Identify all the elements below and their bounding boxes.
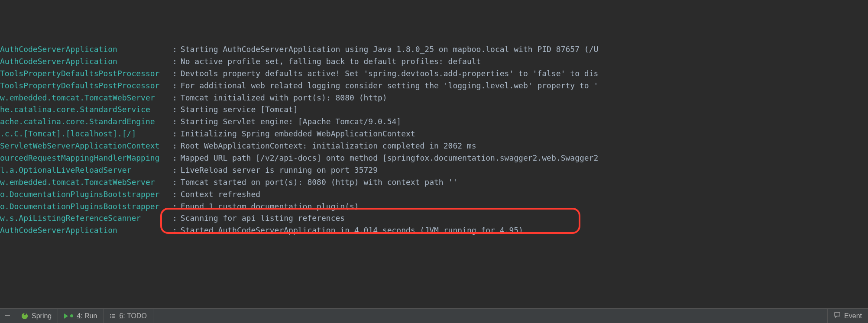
svg-rect-1 xyxy=(110,314,111,315)
todo-list-icon xyxy=(110,313,116,319)
log-message: No active profile set, falling back to d… xyxy=(181,55,868,68)
log-line: w.s.ApiListingReferenceScanner :Scanning… xyxy=(0,212,868,224)
spring-panel-button[interactable]: Spring xyxy=(15,309,58,323)
collapse-icon xyxy=(4,312,10,320)
log-message: Starting Servlet engine: [Apache Tomcat/… xyxy=(181,116,868,128)
logger-name: AuthCodeServerApplication xyxy=(0,55,169,68)
todo-panel-button[interactable]: 6: TODO xyxy=(104,309,153,323)
log-message: Started AuthCodeServerApplication in 4.0… xyxy=(181,224,868,236)
run-panel-button[interactable]: 4: Run xyxy=(58,309,104,323)
logger-name: AuthCodeServerApplication xyxy=(0,43,169,55)
log-separator: : xyxy=(169,116,181,128)
status-bar: Spring 4: Run 6: TODO Event xyxy=(0,308,868,323)
run-panel-label: 4: Run xyxy=(77,312,97,320)
svg-rect-4 xyxy=(112,316,115,317)
logger-name: w.embedded.tomcat.TomcatWebServer xyxy=(0,92,169,104)
log-line: o.DocumentationPluginsBootstrapper :Cont… xyxy=(0,188,868,200)
log-separator: : xyxy=(169,92,181,104)
logger-name: ourcedRequestMappingHandlerMapping xyxy=(0,152,169,164)
log-line: he.catalina.core.StandardService :Starti… xyxy=(0,103,868,116)
log-message: Root WebApplicationContext: initializati… xyxy=(181,140,868,152)
log-separator: : xyxy=(169,164,181,176)
svg-rect-0 xyxy=(5,315,10,316)
logger-name: he.catalina.core.StandardService xyxy=(0,103,169,116)
log-separator: : xyxy=(169,68,181,80)
log-message: Devtools property defaults active! Set '… xyxy=(181,68,868,80)
event-log-label: Event xyxy=(844,312,862,320)
log-separator: : xyxy=(169,103,181,116)
log-message: Tomcat initialized with port(s): 8080 (h… xyxy=(181,92,868,104)
play-icon xyxy=(64,313,68,319)
log-separator: : xyxy=(169,200,181,213)
log-message: LiveReload server is running on port 357… xyxy=(181,164,868,176)
logger-name: o.DocumentationPluginsBootstrapper xyxy=(0,188,169,200)
logger-name: ServletWebServerApplicationContext xyxy=(0,140,169,152)
log-separator: : xyxy=(169,224,181,236)
log-line: AuthCodeServerApplication :Started AuthC… xyxy=(0,224,868,236)
logger-name: w.embedded.tomcat.TomcatWebServer xyxy=(0,176,169,188)
log-line: w.embedded.tomcat.TomcatWebServer :Tomca… xyxy=(0,176,868,188)
log-message: Found 1 custom documentation plugin(s) xyxy=(181,200,868,213)
logger-name: ToolsPropertyDefaultsPostProcessor xyxy=(0,68,169,80)
svg-rect-2 xyxy=(112,314,115,315)
logger-name: w.s.ApiListingReferenceScanner xyxy=(0,212,169,224)
log-separator: : xyxy=(169,80,181,92)
log-line: ache.catalina.core.StandardEngine :Start… xyxy=(0,116,868,128)
logger-name: .c.C.[Tomcat].[localhost].[/] xyxy=(0,128,169,140)
svg-rect-5 xyxy=(110,317,111,318)
log-separator: : xyxy=(169,43,181,55)
log-separator: : xyxy=(169,176,181,188)
logger-name: ToolsPropertyDefaultsPostProcessor xyxy=(0,80,169,92)
event-log-button[interactable]: Event xyxy=(827,309,868,323)
logger-name: ache.catalina.core.StandardEngine xyxy=(0,116,169,128)
log-message: Context refreshed xyxy=(181,188,868,200)
console-output[interactable]: AuthCodeServerApplication :Starting Auth… xyxy=(0,0,868,236)
logger-name: AuthCodeServerApplication xyxy=(0,224,169,236)
svg-rect-3 xyxy=(110,316,111,317)
log-line: AuthCodeServerApplication :Starting Auth… xyxy=(0,43,868,55)
log-message: Mapped URL path [/v2/api-docs] onto meth… xyxy=(181,152,868,164)
log-line: ToolsPropertyDefaultsPostProcessor :Devt… xyxy=(0,68,868,80)
svg-rect-6 xyxy=(112,317,115,318)
run-active-dot-icon xyxy=(70,314,73,317)
log-line: l.a.OptionalLiveReloadServer :LiveReload… xyxy=(0,164,868,176)
log-line: AuthCodeServerApplication :No active pro… xyxy=(0,55,868,68)
log-line: w.embedded.tomcat.TomcatWebServer :Tomca… xyxy=(0,92,868,104)
log-line: ToolsPropertyDefaultsPostProcessor :For … xyxy=(0,80,868,92)
log-line: o.DocumentationPluginsBootstrapper :Foun… xyxy=(0,200,868,213)
spring-leaf-icon xyxy=(21,313,28,320)
log-separator: : xyxy=(169,152,181,164)
logger-name: l.a.OptionalLiveReloadServer xyxy=(0,164,169,176)
todo-panel-label: 6: TODO xyxy=(119,312,146,320)
log-line: .c.C.[Tomcat].[localhost].[/] :Initializ… xyxy=(0,128,868,140)
event-log-icon xyxy=(834,312,841,320)
log-separator: : xyxy=(169,55,181,68)
log-separator: : xyxy=(169,128,181,140)
log-line: ServletWebServerApplicationContext :Root… xyxy=(0,140,868,152)
log-message: For additional web related logging consi… xyxy=(181,80,868,92)
spring-panel-label: Spring xyxy=(32,312,52,320)
collapse-button[interactable] xyxy=(0,309,15,323)
log-message: Initializing Spring embedded WebApplicat… xyxy=(181,128,868,140)
log-separator: : xyxy=(169,140,181,152)
status-bar-left: Spring 4: Run 6: TODO xyxy=(0,309,153,323)
logger-name: o.DocumentationPluginsBootstrapper xyxy=(0,200,169,213)
log-message: Scanning for api listing references xyxy=(181,212,868,224)
log-line: ourcedRequestMappingHandlerMapping :Mapp… xyxy=(0,152,868,164)
log-message: Starting service [Tomcat] xyxy=(181,103,868,116)
log-message: Starting AuthCodeServerApplication using… xyxy=(181,43,868,55)
log-message: Tomcat started on port(s): 8080 (http) w… xyxy=(181,176,868,188)
log-separator: : xyxy=(169,188,181,200)
log-separator: : xyxy=(169,212,181,224)
